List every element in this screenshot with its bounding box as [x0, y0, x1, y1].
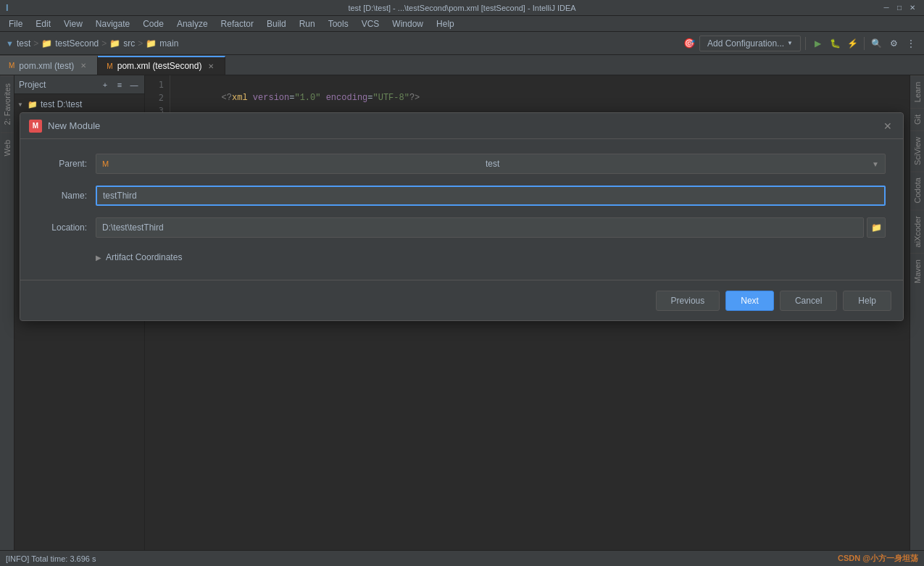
minimize-button[interactable]: ─: [881, 2, 892, 14]
more-button[interactable]: ⋮: [904, 36, 918, 51]
toolbar-divider-1: [805, 37, 806, 50]
previous-button[interactable]: Previous: [656, 291, 720, 311]
project-collapse-icon[interactable]: —: [128, 79, 140, 91]
name-field-row: Name:: [38, 186, 886, 206]
bottom-info: [INFO] Total time: 3.696 s: [6, 554, 838, 563]
tree-root-label: test D:\test: [41, 99, 82, 109]
tree-arrow-root: ▼: [17, 101, 25, 108]
modal-body: Parent: M test ▼ Name: Location: D:\test…: [20, 139, 903, 280]
menu-view[interactable]: View: [58, 17, 88, 30]
location-input[interactable]: D:\test\testThird: [96, 217, 864, 238]
location-control-wrap: D:\test\testThird 📁: [96, 217, 886, 238]
close-button[interactable]: ✕: [907, 2, 918, 14]
tab-pom-testsecond[interactable]: M pom.xml (testSecond) ✕: [98, 56, 225, 75]
src-name[interactable]: src: [123, 38, 135, 49]
menu-navigate[interactable]: Navigate: [90, 17, 136, 30]
next-button[interactable]: Next: [725, 291, 774, 311]
menu-bar: File Edit View Navigate Code Analyze Ref…: [0, 16, 924, 32]
artifact-label: Artifact Coordinates: [106, 252, 182, 262]
menu-code[interactable]: Code: [137, 17, 170, 30]
cancel-button[interactable]: Cancel: [780, 291, 837, 311]
menu-vcs[interactable]: VCS: [356, 17, 386, 30]
right-tab-learn[interactable]: Learn: [910, 75, 924, 108]
breadcrumb-sep3: >: [138, 38, 143, 49]
location-label: Location:: [38, 222, 96, 233]
maximize-button[interactable]: □: [894, 2, 905, 14]
search-button[interactable]: 🔍: [869, 36, 883, 51]
modal-title: New Module: [48, 120, 881, 131]
tree-item-root[interactable]: ▼ 📁 test D:\test: [14, 97, 144, 112]
parent-control-wrap: M test ▼: [96, 154, 886, 174]
tab-bar: M pom.xml (test) ✕ M pom.xml (testSecond…: [0, 55, 924, 75]
left-vertical-tabs: 2: Favorites Web: [0, 75, 14, 566]
module-name[interactable]: testSecond: [55, 38, 99, 49]
project-add-icon[interactable]: +: [99, 79, 111, 91]
parent-field-row: Parent: M test ▼: [38, 154, 886, 174]
browse-button[interactable]: 📁: [867, 217, 886, 238]
menu-file[interactable]: File: [3, 17, 28, 30]
left-tab-favorites[interactable]: 2: Favorites: [1, 75, 14, 132]
tab-pom-testsecond-close[interactable]: ✕: [206, 61, 216, 71]
name-label: Name:: [38, 191, 96, 201]
tab-pom-testsecond-label: pom.xml (testSecond): [117, 61, 202, 71]
right-tab-codota[interactable]: Codota: [910, 171, 924, 209]
tab-pom-test-label: pom.xml (test): [19, 61, 74, 71]
pom-testsecond-icon: M: [107, 62, 112, 70]
breadcrumb: ▼ test > 📁 testSecond > 📁 src > 📁 main: [6, 38, 178, 49]
modal-icon: M: [29, 120, 42, 133]
parent-select-value: test: [486, 159, 499, 169]
chevron-down-icon: ▼: [872, 160, 879, 168]
bottom-credit: CSDN @小方一身坦荡: [838, 553, 918, 564]
settings-button[interactable]: ⚙: [886, 36, 901, 51]
modal-footer: Previous Next Cancel Help: [20, 280, 903, 320]
right-tab-aixcoder[interactable]: aiXcoder: [910, 209, 924, 253]
parent-select[interactable]: M test ▼: [96, 154, 886, 174]
title-bar: I test [D:\test] - ...\testSecond\pom.xm…: [0, 0, 924, 16]
add-configuration-label: Add Configuration...: [707, 38, 784, 49]
add-configuration-button[interactable]: Add Configuration... ▼: [699, 36, 801, 51]
project-name[interactable]: test: [17, 38, 30, 49]
artifact-coordinates-section[interactable]: ▶ Artifact Coordinates: [96, 249, 886, 265]
left-tab-web[interactable]: Web: [1, 132, 14, 163]
folder-browse-icon: 📁: [871, 222, 882, 233]
location-field-row: Location: D:\test\testThird 📁: [38, 217, 886, 238]
debug-button[interactable]: 🐛: [828, 36, 842, 51]
name-input[interactable]: [96, 186, 886, 206]
location-value: D:\test\testThird: [102, 222, 164, 233]
tab-pom-test-close[interactable]: ✕: [78, 61, 88, 71]
code-line-1: <?xml version="1.0" encoding="UTF-8"?>: [180, 78, 904, 117]
project-settings-icon[interactable]: ≡: [114, 79, 125, 91]
tab-pom-test[interactable]: M pom.xml (test) ✕: [0, 56, 98, 75]
menu-analyze[interactable]: Analyze: [171, 17, 214, 30]
breadcrumb-sep1: >: [33, 38, 38, 49]
right-tab-sciview[interactable]: SciView: [910, 130, 924, 171]
main-name[interactable]: main: [159, 38, 178, 49]
project-panel-header: Project + ≡ —: [14, 75, 144, 94]
breadcrumb-sep2: >: [101, 38, 107, 49]
title-bar-controls: ─ □ ✕: [881, 2, 918, 14]
menu-help[interactable]: Help: [430, 17, 460, 30]
folder-icon-3: 📁: [146, 38, 157, 49]
artifact-arrow-icon: ▶: [96, 254, 101, 262]
menu-run[interactable]: Run: [294, 17, 321, 30]
name-control-wrap: [96, 186, 886, 206]
parent-label: Parent:: [38, 159, 96, 169]
menu-window[interactable]: Window: [386, 17, 429, 30]
right-tab-git[interactable]: Git: [910, 108, 924, 130]
toolbar: ▼ test > 📁 testSecond > 📁 src > 📁 main 🎯…: [0, 32, 924, 55]
menu-build[interactable]: Build: [261, 17, 292, 30]
profile-button[interactable]: ⚡: [845, 36, 860, 51]
run-button[interactable]: ▶: [810, 36, 825, 51]
project-label: Project: [19, 80, 46, 90]
right-tab-maven[interactable]: Maven: [910, 253, 924, 289]
menu-edit[interactable]: Edit: [30, 17, 57, 30]
app-icon: I: [6, 2, 9, 13]
modal-title-bar: M New Module ✕: [20, 113, 903, 139]
dropdown-icon: ▼: [787, 40, 793, 46]
help-button[interactable]: Help: [843, 291, 891, 311]
bottom-bar: [INFO] Total time: 3.696 s CSDN @小方一身坦荡: [0, 550, 924, 566]
modal-close-button[interactable]: ✕: [881, 120, 894, 133]
menu-tools[interactable]: Tools: [322, 17, 354, 30]
menu-refactor[interactable]: Refactor: [215, 17, 259, 30]
next-label: Next: [741, 296, 759, 306]
